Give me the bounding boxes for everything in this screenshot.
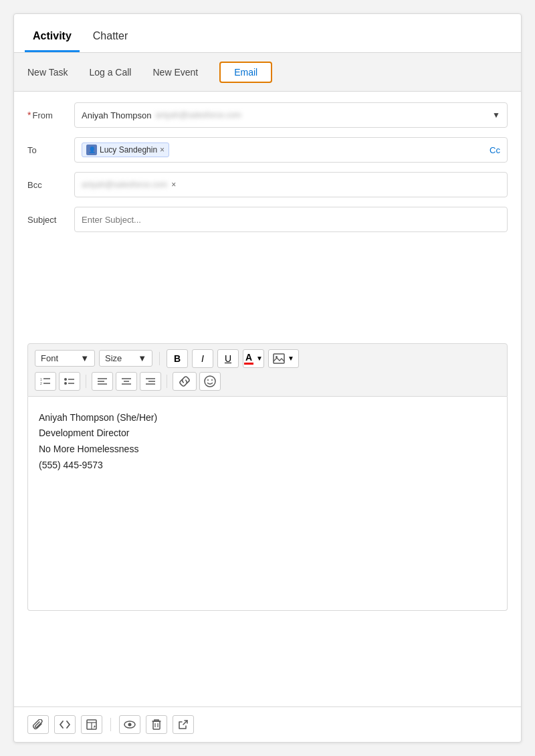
signature-line1: Aniyah Thompson (She/Her) (39, 410, 496, 426)
toolbar-row2: 1 2 (35, 372, 500, 391)
preview-icon (124, 720, 136, 729)
recipient-tag: 👤 Lucy Sandeghin × (82, 143, 169, 157)
tab-chatter[interactable]: Chatter (85, 30, 136, 52)
subtabs-bar: New Task Log a Call New Event Email (14, 53, 521, 92)
ordered-list-icon: 1 2 (39, 376, 51, 387)
subtab-new-event[interactable]: New Event (152, 62, 198, 83)
to-wrap: 👤 Lucy Sandeghin × Cc (82, 143, 500, 157)
font-dropdown-arrow-icon: ▼ (80, 353, 89, 363)
underline-button[interactable]: U (217, 349, 239, 368)
expand-button[interactable] (173, 715, 194, 734)
image-icon (273, 353, 285, 364)
size-dropdown-arrow-icon: ▼ (138, 353, 146, 363)
svg-rect-0 (274, 354, 284, 363)
template-button[interactable] (81, 715, 102, 734)
merge-fields-button[interactable] (54, 715, 76, 734)
recipient-name: Lucy Sandeghin (100, 145, 157, 155)
ordered-list-button[interactable]: 1 2 (35, 372, 56, 391)
subject-row: Subject (27, 207, 508, 232)
tab-activity[interactable]: Activity (25, 30, 80, 52)
bcc-label: Bcc (27, 180, 74, 190)
font-label: Font (41, 353, 58, 363)
unordered-list-icon (64, 376, 76, 387)
bold-button[interactable]: B (167, 349, 188, 368)
align-right-button[interactable] (140, 372, 161, 391)
attachment-icon (33, 719, 43, 730)
cc-link[interactable]: Cc (490, 145, 500, 155)
align-left-icon (96, 376, 108, 387)
form-area: * From Aniyah Thompson aniyah@salesforce… (14, 92, 521, 338)
from-name: Aniyah Thompson (82, 110, 152, 120)
to-input-wrap[interactable]: 👤 Lucy Sandeghin × Cc (74, 137, 508, 163)
svg-point-1 (276, 356, 278, 358)
to-row: To 👤 Lucy Sandeghin × Cc (27, 137, 508, 163)
subject-input[interactable] (82, 215, 500, 225)
subject-input-wrap[interactable] (74, 207, 508, 232)
svg-rect-28 (153, 721, 160, 729)
link-icon (179, 376, 191, 387)
toolbar-separator-1 (159, 352, 160, 365)
align-left-button[interactable] (92, 372, 113, 391)
font-color-bar (244, 363, 253, 365)
svg-text:2: 2 (40, 381, 42, 385)
align-right-icon (144, 376, 156, 387)
font-color-icon: A (244, 353, 253, 365)
from-row: * From Aniyah Thompson aniyah@salesforce… (27, 102, 508, 128)
tabs-bar: Activity Chatter (14, 14, 521, 53)
emoji-button[interactable] (199, 372, 221, 391)
toolbar-row1: Font ▼ Size ▼ B I U A (35, 349, 500, 368)
toolbar-wrap: Font ▼ Size ▼ B I U A (27, 343, 508, 397)
svg-point-8 (64, 382, 67, 385)
to-inner: 👤 Lucy Sandeghin × (82, 143, 169, 157)
bottom-separator-1 (110, 718, 111, 731)
bottom-toolbar (14, 706, 521, 742)
expand-icon (178, 719, 189, 730)
main-panel: Activity Chatter New Task Log a Call New… (13, 13, 522, 743)
emoji-icon (203, 375, 217, 388)
template-icon (86, 719, 97, 730)
align-center-icon (120, 376, 132, 387)
from-email: aniyah@salesforce.com (156, 110, 241, 120)
from-select: Aniyah Thompson aniyah@salesforce.com ▼ (82, 110, 500, 120)
remove-recipient-icon[interactable]: × (160, 145, 165, 155)
toolbar-separator-3 (167, 375, 167, 388)
italic-button[interactable]: I (192, 349, 213, 368)
delete-icon (152, 719, 161, 730)
code-icon (60, 720, 70, 729)
font-color-button[interactable]: A ▼ (243, 349, 264, 368)
required-star: * (27, 110, 31, 120)
image-button[interactable]: ▼ (268, 349, 299, 368)
subtab-new-task[interactable]: New Task (27, 62, 68, 83)
size-select[interactable]: Size ▼ (99, 350, 152, 367)
recipient-avatar-icon: 👤 (86, 145, 97, 155)
preview-button[interactable] (119, 715, 140, 734)
from-input-wrap[interactable]: Aniyah Thompson aniyah@salesforce.com ▼ (74, 102, 508, 128)
signature-line4: (555) 445-9573 (39, 458, 496, 474)
align-center-button[interactable] (116, 372, 137, 391)
svg-point-21 (211, 379, 213, 381)
delete-button[interactable] (146, 715, 167, 734)
dropdown-arrow-icon: ▼ (492, 110, 500, 120)
signature-line2: Development Director (39, 426, 496, 442)
subtab-email[interactable]: Email (219, 62, 272, 83)
signature-text: Aniyah Thompson (She/Her) Development Di… (39, 410, 496, 474)
remove-bcc-icon[interactable]: × (171, 180, 176, 189)
attachment-button[interactable] (27, 715, 49, 734)
link-button[interactable] (173, 372, 197, 391)
svg-point-26 (128, 723, 132, 727)
bcc-email: aniyah@salesforce.com (82, 180, 167, 189)
bcc-input-wrap[interactable]: aniyah@salesforce.com × (74, 172, 508, 197)
email-body[interactable]: Aniyah Thompson (She/Her) Development Di… (27, 397, 508, 611)
bcc-row: Bcc aniyah@salesforce.com × (27, 172, 508, 197)
subtab-log-a-call[interactable]: Log a Call (89, 62, 131, 83)
svg-point-20 (207, 379, 209, 381)
subject-label: Subject (27, 215, 74, 225)
spacer (14, 611, 521, 707)
unordered-list-button[interactable] (59, 372, 80, 391)
font-select[interactable]: Font ▼ (35, 350, 95, 367)
from-label: * From (27, 110, 74, 120)
svg-point-19 (205, 376, 215, 387)
image-dropdown-icon: ▼ (288, 355, 294, 362)
font-color-dropdown-icon: ▼ (256, 355, 263, 362)
toolbar-separator-2 (86, 375, 86, 388)
